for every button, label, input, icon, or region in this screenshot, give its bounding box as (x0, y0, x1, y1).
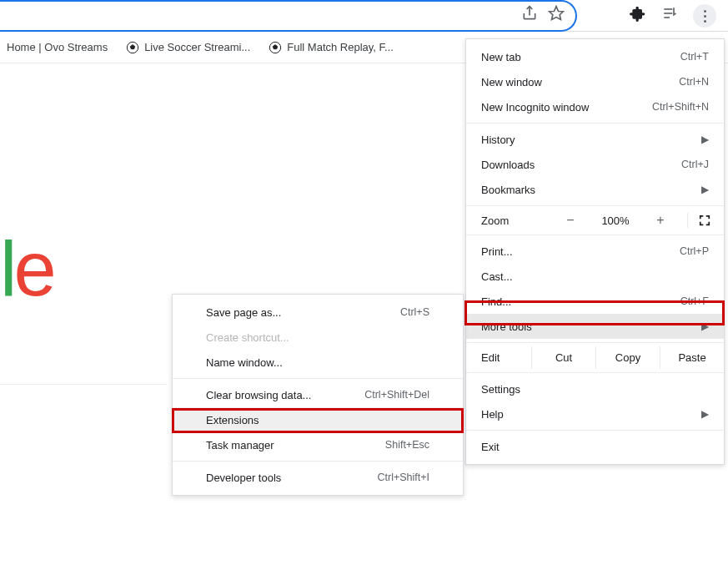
submenu-name-window[interactable]: Name window... (173, 350, 463, 375)
soccer-ball-icon (269, 41, 282, 54)
bookmark-item[interactable]: Home | Ovo Streams (7, 41, 108, 53)
reading-list-icon[interactable] (661, 5, 678, 22)
submenu-clear-data[interactable]: Clear browsing data... Ctrl+Shift+Del (173, 382, 463, 407)
bookmark-label: Home | Ovo Streams (7, 41, 108, 53)
fullscreen-button[interactable] (687, 213, 720, 228)
menu-print[interactable]: Print... Ctrl+P (466, 239, 724, 264)
menu-separator (173, 461, 463, 462)
menu-separator (466, 123, 724, 124)
menu-downloads[interactable]: Downloads Ctrl+J (466, 152, 724, 177)
menu-more-tools[interactable]: More tools ▶ (466, 314, 724, 339)
bookmark-item[interactable]: Full Match Replay, F... (269, 41, 394, 54)
menu-separator (466, 430, 724, 431)
bookmark-label: Live Soccer Streami... (144, 41, 250, 53)
soccer-ball-icon (126, 41, 139, 54)
menu-bookmarks[interactable]: Bookmarks ▶ (466, 177, 724, 202)
submenu-task-manager[interactable]: Task manager Shift+Esc (173, 432, 463, 457)
edit-cut[interactable]: Cut (531, 346, 595, 369)
share-icon[interactable] (521, 5, 538, 22)
menu-new-tab[interactable]: New tab Ctrl+T (466, 44, 724, 69)
divider (0, 384, 167, 385)
menu-history[interactable]: History ▶ (466, 127, 724, 152)
kebab-icon (704, 10, 706, 23)
svg-marker-5 (130, 44, 134, 48)
svg-marker-0 (550, 7, 564, 20)
bookmark-label: Full Match Replay, F... (287, 41, 394, 53)
menu-edit-row: Edit Cut Copy Paste (466, 346, 724, 369)
chrome-main-menu: New tab Ctrl+T New window Ctrl+N New Inc… (465, 38, 725, 465)
edit-copy[interactable]: Copy (595, 346, 660, 369)
menu-separator (466, 372, 724, 373)
menu-incognito[interactable]: New Incognito window Ctrl+Shift+N (466, 94, 724, 119)
svg-marker-7 (274, 44, 278, 48)
address-bar-area (0, 0, 728, 32)
menu-help[interactable]: Help ▶ (466, 401, 724, 426)
zoom-in-button[interactable]: + (649, 213, 672, 228)
chevron-right-icon: ▶ (701, 320, 709, 332)
menu-separator (466, 342, 724, 343)
chrome-menu-button[interactable] (693, 4, 716, 28)
star-icon[interactable] (548, 5, 565, 22)
submenu-save-page[interactable]: Save page as... Ctrl+S (173, 300, 463, 325)
menu-separator (173, 378, 463, 379)
edit-paste[interactable]: Paste (660, 346, 724, 369)
zoom-out-button[interactable]: − (559, 213, 582, 228)
submenu-create-shortcut: Create shortcut... (173, 325, 463, 350)
menu-separator (466, 235, 724, 235)
submenu-extensions[interactable]: Extensions (173, 407, 463, 432)
address-bar-outline[interactable] (0, 0, 577, 32)
extensions-puzzle-icon[interactable] (630, 5, 646, 22)
menu-separator (466, 205, 724, 206)
google-logo-partial: le (0, 225, 53, 313)
chevron-right-icon: ▶ (701, 408, 709, 420)
menu-exit[interactable]: Exit (466, 434, 724, 459)
menu-cast[interactable]: Cast... (466, 264, 724, 289)
menu-settings[interactable]: Settings (466, 376, 724, 401)
zoom-level: 100% (595, 214, 635, 227)
bookmark-item[interactable]: Live Soccer Streami... (126, 41, 250, 54)
more-tools-submenu: Save page as... Ctrl+S Create shortcut..… (172, 294, 464, 496)
menu-new-window[interactable]: New window Ctrl+N (466, 69, 724, 94)
menu-zoom: Zoom − 100% + (466, 209, 724, 231)
menu-find[interactable]: Find... Ctrl+F (466, 289, 724, 314)
chevron-right-icon: ▶ (701, 184, 709, 195)
submenu-dev-tools[interactable]: Developer tools Ctrl+Shift+I (173, 465, 463, 490)
chevron-right-icon: ▶ (701, 134, 709, 145)
